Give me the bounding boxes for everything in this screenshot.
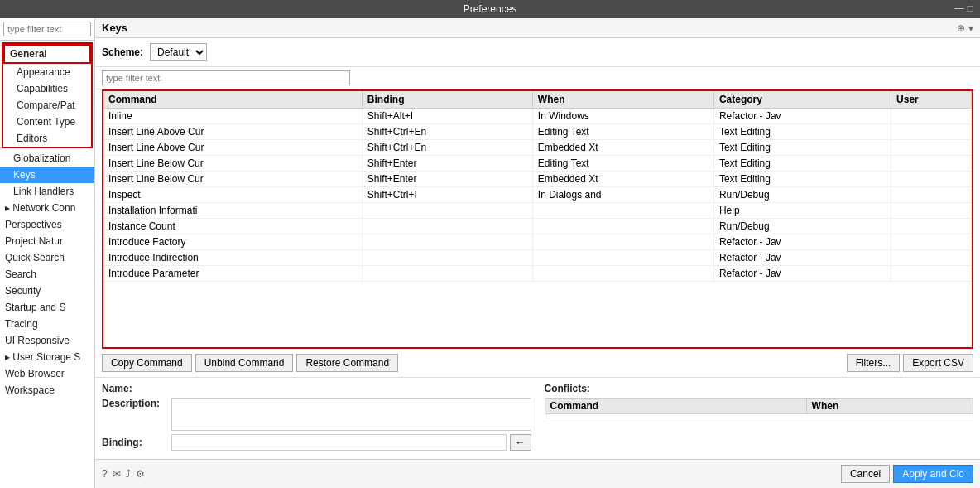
table-row[interactable]: Introduce ParameterRefactor - Jav — [103, 266, 972, 282]
breadcrumb-icon[interactable]: ⊕ — [957, 22, 965, 34]
cell-when: Embedded Xt — [532, 172, 713, 187]
conflicts-table: Command When — [545, 398, 974, 418]
table-row[interactable]: Introduce FactoryRefactor - Jav — [103, 234, 972, 250]
header-icons: ⊕ ▾ — [957, 22, 973, 34]
filter-bar — [95, 67, 980, 89]
sidebar-item-network-conn[interactable]: ▸ Network Conn — [0, 200, 94, 216]
cell-binding — [362, 203, 532, 219]
sidebar-item-editors[interactable]: Editors — [3, 130, 91, 147]
cell-command: Introduce Parameter — [103, 266, 362, 282]
cell-user — [891, 187, 972, 203]
sidebar-item-keys[interactable]: Keys — [0, 167, 94, 183]
table-row[interactable]: InlineShift+Alt+IIn WindowsRefactor - Ja… — [103, 109, 972, 124]
cell-category: Run/Debug — [713, 187, 891, 203]
cell-when: Editing Text — [532, 124, 713, 140]
export-icon[interactable]: ⤴ — [126, 468, 131, 480]
sidebar-item-perspectives[interactable]: Perspectives — [0, 216, 94, 233]
sidebar-item-capabilities[interactable]: Capabilities — [3, 80, 91, 97]
cell-binding: Shift+Ctrl+En — [362, 124, 532, 140]
name-row: Name: — [102, 383, 531, 394]
description-value[interactable] — [171, 398, 531, 431]
table-row[interactable]: Insert Line Below CurShift+EnterEmbedded… — [103, 172, 972, 187]
scheme-select[interactable]: Default — [150, 43, 207, 61]
detail-section: Name: Description: Binding: ← Conflicts: — [95, 378, 980, 459]
table-row[interactable]: Introduce IndirectionRefactor - Jav — [103, 250, 972, 266]
keys-table: Command Binding When Category User Inlin… — [103, 91, 972, 282]
sidebar-item-globalization[interactable]: Globalization — [0, 150, 94, 167]
cell-when — [532, 266, 713, 282]
cell-category: Help — [713, 203, 891, 219]
sidebar-item-tracing[interactable]: Tracing — [0, 316, 94, 332]
cell-user — [891, 109, 972, 124]
description-row: Description: — [102, 398, 531, 431]
cell-command: Insert Line Above Cur — [103, 124, 362, 140]
sidebar-item-compare-pat[interactable]: Compare/Pat — [3, 97, 91, 114]
cell-when — [532, 219, 713, 234]
sidebar-item-appearance[interactable]: Appearance — [3, 64, 91, 80]
maximize-button[interactable]: □ — [968, 2, 973, 14]
table-header-row: Command Binding When Category User — [103, 91, 972, 109]
filters-button[interactable]: Filters... — [847, 354, 901, 372]
export-csv-button[interactable]: Export CSV — [903, 354, 973, 372]
copy-command-button[interactable]: Copy Command — [102, 354, 192, 372]
table-filter-input[interactable] — [102, 70, 350, 85]
apply-close-button[interactable]: Apply and Clo — [893, 465, 973, 483]
sidebar-item-user-storage[interactable]: ▸ User Storage S — [0, 349, 94, 365]
footer: ? ✉ ⤴ ⚙ Cancel Apply and Clo — [95, 459, 980, 488]
cell-category: Text Editing — [713, 140, 891, 156]
sidebar-item-general[interactable]: General — [3, 44, 91, 64]
sidebar-item-workspace[interactable]: Workspace — [0, 382, 94, 399]
table-row[interactable]: InspectShift+Ctrl+IIn Dialogs andRun/Deb… — [103, 187, 972, 203]
table-row[interactable]: Installation InformatiHelp — [103, 203, 972, 219]
sidebar-item-link-handlers[interactable]: Link Handlers — [0, 183, 94, 200]
sidebar-item-web-browser[interactable]: Web Browser — [0, 365, 94, 382]
settings-icon[interactable]: ⚙ — [136, 468, 145, 480]
cell-binding: Shift+Ctrl+En — [362, 140, 532, 156]
sidebar-filter-input[interactable] — [3, 22, 91, 36]
sidebar-item-content-type[interactable]: Content Type — [3, 114, 91, 130]
sidebar-item-search[interactable]: Search — [0, 266, 94, 283]
sidebar-item-project-natur[interactable]: Project Natur — [0, 233, 94, 249]
col-binding: Binding — [362, 91, 532, 109]
binding-label: Binding: — [102, 437, 168, 448]
cell-command: Installation Informati — [103, 203, 362, 219]
dropdown-icon[interactable]: ▾ — [968, 22, 973, 34]
sidebar-item-startup[interactable]: Startup and S — [0, 299, 94, 316]
table-row[interactable]: Insert Line Above CurShift+Ctrl+EnEditin… — [103, 124, 972, 140]
cell-binding — [362, 266, 532, 282]
cell-when — [532, 203, 713, 219]
binding-arrow-button[interactable]: ← — [510, 434, 531, 451]
scheme-bar: Scheme: Default — [95, 38, 980, 67]
page-title: Keys — [102, 22, 127, 34]
window-controls[interactable]: — □ — [954, 2, 973, 14]
binding-input[interactable] — [171, 434, 507, 451]
footer-buttons: Cancel Apply and Clo — [841, 465, 973, 483]
cell-binding: Shift+Enter — [362, 172, 532, 187]
cell-category: Refactor - Jav — [713, 234, 891, 250]
cell-binding: Shift+Enter — [362, 156, 532, 172]
restore-command-button[interactable]: Restore Command — [296, 354, 398, 372]
description-label: Description: — [102, 398, 168, 409]
conflicts-empty-row — [545, 414, 973, 418]
table-row[interactable]: Insert Line Below CurShift+EnterEditing … — [103, 156, 972, 172]
right-action-buttons: Filters... Export CSV — [847, 354, 973, 372]
cell-binding — [362, 234, 532, 250]
sidebar-item-ui-responsive[interactable]: UI Responsive — [0, 332, 94, 349]
cell-category: Text Editing — [713, 124, 891, 140]
cell-user — [891, 203, 972, 219]
cancel-button[interactable]: Cancel — [841, 465, 890, 483]
cell-command: Insert Line Above Cur — [103, 140, 362, 156]
content-header: Keys ⊕ ▾ — [95, 18, 980, 38]
detail-left: Name: Description: Binding: ← — [102, 383, 531, 454]
minimize-button[interactable]: — — [954, 2, 964, 14]
table-row[interactable]: Insert Line Above CurShift+Ctrl+EnEmbedd… — [103, 140, 972, 156]
sidebar-item-quick-search[interactable]: Quick Search — [0, 249, 94, 266]
mail-icon[interactable]: ✉ — [113, 468, 121, 480]
cell-binding — [362, 219, 532, 234]
table-row[interactable]: Instance CountRun/Debug — [103, 219, 972, 234]
help-icon[interactable]: ? — [102, 468, 108, 480]
main-container: General Appearance Capabilities Compare/… — [0, 18, 980, 488]
unbind-command-button[interactable]: Unbind Command — [195, 354, 294, 372]
sidebar-item-security[interactable]: Security — [0, 283, 94, 299]
cell-category: Run/Debug — [713, 219, 891, 234]
